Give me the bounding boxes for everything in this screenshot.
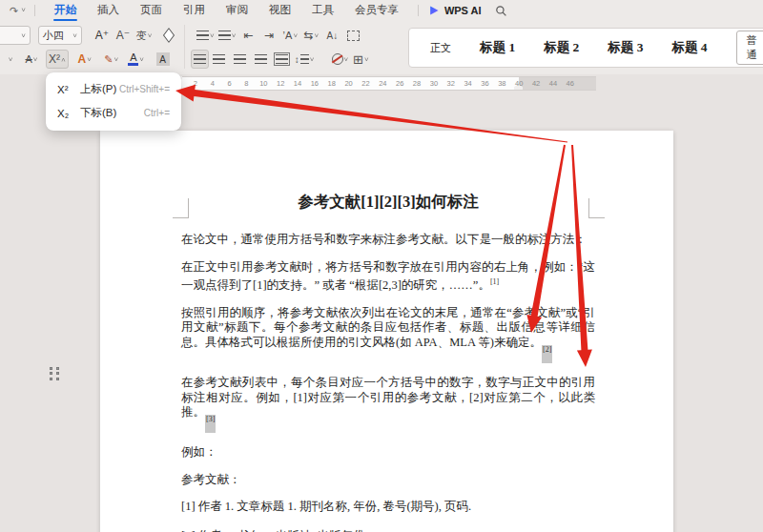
document-page[interactable]: 参考文献[1][2][3]如何标注 在论文中，通常使用方括号和数字来标注参考文献… <box>100 131 673 532</box>
ruler-number: 20 <box>344 79 352 88</box>
strikethrough-button[interactable]: A˅ <box>21 50 42 69</box>
citation-superscript: [3] <box>205 415 216 433</box>
ruler-number: 42 <box>532 79 540 88</box>
menu-tabs: 开始插入页面引用审阅视图工具会员专享 <box>44 0 409 21</box>
font-size-combo[interactable]: 小四˅ <box>38 26 82 45</box>
chevron-down-icon: ˅ <box>310 55 315 62</box>
highlight-pen-button[interactable]: ✎˅ <box>101 50 122 69</box>
text-effects-button[interactable]: A˅ <box>74 50 95 69</box>
wps-ai-button[interactable]: WPS AI <box>444 5 482 16</box>
menu-tab-4[interactable]: 审阅 <box>216 0 258 21</box>
style-item-0[interactable]: 正文 <box>430 41 451 55</box>
distribute-button[interactable] <box>272 50 293 69</box>
search-button[interactable] <box>495 5 507 17</box>
menu-tab-2[interactable]: 页面 <box>130 0 173 21</box>
document-title[interactable]: 参考文献[1][2][3]如何标注 <box>181 192 595 213</box>
style-item-selected[interactable]: 普通 <box>736 31 763 65</box>
paragraph-0[interactable]: 在论文中，通常使用方括号和数字来标注参考文献。以下是一般的标注方法： <box>181 233 595 248</box>
align-center-button[interactable] <box>209 50 230 69</box>
superscript-dropdown-menu: X²上标(P)Ctrl+Shift+=X₂下标(B)Ctrl+= <box>46 72 181 131</box>
menu-item-subscript[interactable]: X₂下标(B)Ctrl+= <box>46 101 181 125</box>
chevron-down-icon: ˅ <box>293 31 298 38</box>
paragraph-text: 例如： <box>181 445 217 459</box>
toolbar-row-2: ˅ A˅ X²˅ A˅ ✎˅ A ˅ A ↕˅ ˅ ⊞˅ <box>0 49 371 70</box>
ruler-number: 4 <box>211 79 215 88</box>
ruler-number: 6 <box>227 79 231 88</box>
font-color-button[interactable]: A ˅ <box>126 50 147 69</box>
chevron-up-icon[interactable]: ˅ <box>61 55 66 62</box>
ruler-number: 46 <box>567 79 574 88</box>
align-justify-button[interactable] <box>251 50 272 69</box>
eraser-icon <box>163 28 175 43</box>
paragraph-2[interactable]: 按照引用的顺序，将参考文献依次列出在论文的末尾，通常在“参考文献”或“引用文献”… <box>181 306 595 363</box>
chevron-down-icon[interactable]: ˅ <box>21 7 26 13</box>
font-name-combo[interactable]: ˅ <box>0 26 31 45</box>
borders-button[interactable]: ⊞˅ <box>350 50 371 69</box>
paragraph-text: 在参考文献列表中，每个条目对应一个方括号中的数字，数字与正文中的引用标注相对应。… <box>181 376 595 419</box>
decrease-indent-button[interactable]: ⇤ <box>237 26 258 45</box>
align-left-button[interactable] <box>191 50 209 69</box>
chevron-down-icon: ˅ <box>315 31 320 38</box>
increase-font-button[interactable]: A⁺ <box>92 26 113 45</box>
shading-color-button[interactable]: ˅ <box>329 50 350 69</box>
menu-tab-0[interactable]: 开始 <box>44 0 87 21</box>
paragraph-5[interactable]: 参考文献： <box>181 473 595 488</box>
numbered-list-button[interactable]: ˅ <box>217 26 238 45</box>
ruler-number: 22 <box>361 79 369 88</box>
workspace: 参考文献[1][2][3]如何标注 在论文中，通常使用方括号和数字来标注参考文献… <box>0 92 763 532</box>
underline-button[interactable]: ˅ <box>0 50 21 69</box>
document-content[interactable]: 参考文献[1][2][3]如何标注 在论文中，通常使用方括号和数字来标注参考文献… <box>181 192 595 532</box>
char-shading-icon: A <box>156 52 170 66</box>
bullet-list-button[interactable]: ˅ <box>195 26 217 45</box>
ruler-margin-area <box>519 77 596 90</box>
change-case-button[interactable]: ʼA˅ <box>279 26 300 45</box>
chevron-down-icon: ˅ <box>21 31 26 38</box>
paragraph-4[interactable]: 例如： <box>181 445 595 460</box>
menu-tab-5[interactable]: 视图 <box>258 0 301 21</box>
menu-tab-3[interactable]: 引用 <box>173 0 216 21</box>
show-marks-button[interactable] <box>342 26 363 45</box>
clear-format-button[interactable] <box>158 26 179 45</box>
menu-tab-7[interactable]: 会员专享 <box>344 0 409 21</box>
menu-item-superscript[interactable]: X²上标(P)Ctrl+Shift+= <box>46 77 181 101</box>
style-item-1[interactable]: 标题 1 <box>480 39 515 56</box>
paragraph-text: 按照引用的顺序，将参考文献依次列出在论文的末尾，通常在“参考文献”或“引用文献”… <box>181 306 595 349</box>
paragraph-6[interactable]: [1] 作者 1. 文章标题 1. 期刊名称, 年份, 卷号(期号), 页码. <box>181 500 595 515</box>
chevron-down-icon: ˅ <box>9 55 13 62</box>
style-item-2[interactable]: 标题 2 <box>544 39 579 56</box>
style-item-3[interactable]: 标题 3 <box>608 39 643 56</box>
align-right-button[interactable] <box>230 50 251 69</box>
menu-item-label: 下标(B) <box>80 106 116 120</box>
sort-button[interactable]: A↓ <box>321 26 342 45</box>
text-direction-button[interactable]: ⇆˅ <box>300 26 321 45</box>
bullet-list-icon <box>196 31 209 40</box>
ruler[interactable]: 2468101214161820222426283032343638404244… <box>175 76 596 91</box>
menu-item-shortcut: Ctrl+= <box>144 108 170 118</box>
text-convert-button[interactable]: 变˅ <box>134 26 155 45</box>
wps-writer-window: ↷ ˅ 开始插入页面引用审阅视图工具会员专享 WPS AI ˅ 小四˅ A⁺ A… <box>0 0 763 532</box>
style-item-4[interactable]: 标题 4 <box>671 39 707 56</box>
paragraph-marks-icon <box>347 31 360 41</box>
ruler-number: 18 <box>328 79 336 88</box>
paragraph-drag-handle[interactable] <box>50 367 61 381</box>
group-divider <box>184 25 185 69</box>
increase-indent-button[interactable]: ⇥ <box>258 26 279 45</box>
menu-tab-1[interactable]: 插入 <box>87 0 130 21</box>
decrease-font-button[interactable]: A⁻ <box>113 26 134 45</box>
paragraph-text: 在论文中，通常使用方括号和数字来标注参考文献。以下是一般的标注方法： <box>181 233 587 246</box>
menu-tab-6[interactable]: 工具 <box>301 0 344 21</box>
citation-superscript: [2] <box>542 345 552 363</box>
pen-icon: ✎ <box>104 53 113 66</box>
char-shading-button[interactable]: A <box>153 50 174 69</box>
paragraph-3[interactable]: 在参考文献列表中，每个条目对应一个方括号中的数字，数字与正文中的引用标注相对应。… <box>181 376 595 433</box>
superscript-button[interactable]: X²˅ <box>46 50 69 69</box>
paragraph-text: 参考文献： <box>181 473 241 486</box>
paragraph-1[interactable]: 在正文中引用参考文献时，将方括号和数字放在引用内容的右上角，例如：“这一观点得到… <box>181 260 595 294</box>
chevron-down-icon: ˅ <box>113 55 118 62</box>
toolbar-row-1: ˅ 小四˅ A⁺ A⁻ 变˅ ˅ ˅ ⇤ ⇥ ʼA˅ ⇆˅ A↓ <box>0 25 363 46</box>
align-right-icon <box>234 54 246 64</box>
line-spacing-button[interactable]: ↕˅ <box>293 50 317 69</box>
redo-icon[interactable]: ↷ <box>10 5 18 17</box>
menu-item-shortcut: Ctrl+Shift+= <box>119 84 170 94</box>
search-icon <box>495 5 507 17</box>
